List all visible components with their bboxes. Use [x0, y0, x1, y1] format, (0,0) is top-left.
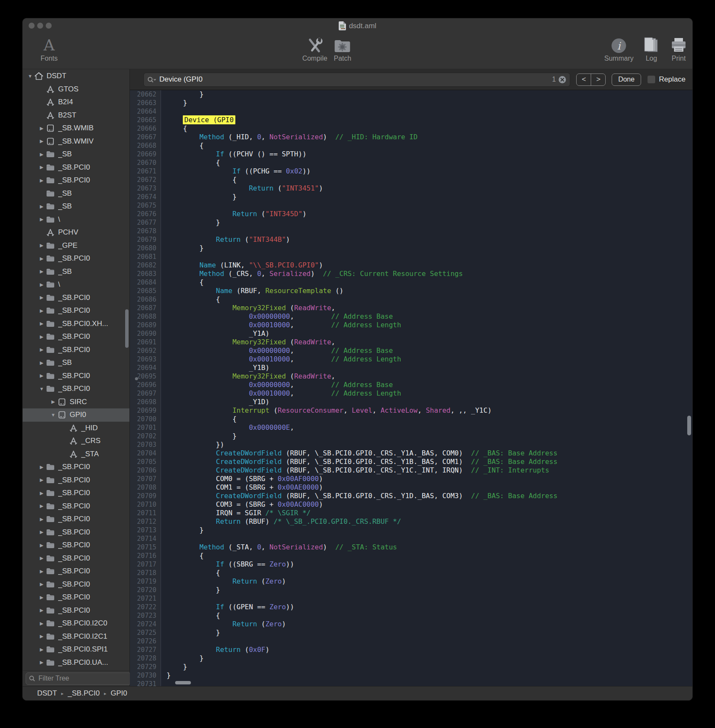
summary-button[interactable]: i Summary	[604, 36, 633, 62]
code-line[interactable]: 20721	[130, 594, 692, 603]
code-line[interactable]: 20709 CreateDWordField (RBUF, \_SB.PCI0.…	[130, 492, 692, 500]
tree-item-_sb-pci0[interactable]: ▶_SB.PCI0	[23, 552, 129, 565]
done-button[interactable]: Done	[612, 73, 641, 86]
disclosure-triangle-icon[interactable]: ▶	[38, 269, 46, 274]
code-line[interactable]: 20700 {	[130, 415, 692, 423]
code-line[interactable]: 20728 }	[130, 654, 692, 663]
patch-button[interactable]: Patch	[334, 36, 352, 62]
tree-item-_sb-wmiv[interactable]: ▶_SB.WMIV	[23, 135, 129, 148]
disclosure-triangle-icon[interactable]: ▶	[38, 164, 46, 170]
tree-item-_sb-pci0[interactable]: ▶_SB.PCI0	[23, 513, 129, 526]
code-line[interactable]: 20693 0x00010000, // Address Length	[130, 355, 692, 364]
log-button[interactable]: Log	[643, 36, 660, 62]
disclosure-triangle-icon[interactable]: ▶	[38, 282, 46, 288]
tree-item-_sb-pci0[interactable]: ▶_SB.PCI0	[23, 174, 129, 187]
disclosure-triangle-icon[interactable]: ▶	[38, 334, 46, 340]
disclosure-triangle-icon[interactable]: ▶	[38, 543, 46, 548]
code-editor[interactable]: 20662 }20663 }2066420665 Device (GPI0206…	[130, 90, 692, 686]
code-line[interactable]: 20705 CreateDWordField (RBUF, \_SB.PCI0.…	[130, 458, 692, 466]
code-line[interactable]: 20668 {	[130, 141, 692, 150]
disclosure-triangle-icon[interactable]: ▶	[38, 204, 46, 209]
tree-item-_sb[interactable]: ▶_SB	[23, 200, 129, 213]
find-query-input[interactable]	[158, 75, 549, 84]
tree-item-_sb-pci0[interactable]: ▶_SB.PCI0	[23, 291, 129, 305]
disclosure-triangle-icon[interactable]: ▶	[38, 529, 46, 535]
code-line[interactable]: 20723 {	[130, 611, 692, 620]
code-line[interactable]: 20683 Method (_CRS, 0, Serialized) // _C…	[130, 270, 692, 278]
disclosure-triangle-icon[interactable]: ▶	[38, 347, 46, 352]
tree-item-[interactable]: ▶\	[23, 213, 129, 226]
tree-item-_sb-pci0[interactable]: ▶_SB.PCI0	[23, 252, 129, 265]
disclosure-triangle-icon[interactable]: ▶	[38, 152, 46, 157]
tree-item-_sb-pci0[interactable]: ▶_SB.PCI0	[23, 565, 129, 578]
disclosure-triangle-icon[interactable]: ▶	[38, 621, 46, 626]
code-line[interactable]: 20675	[130, 201, 692, 210]
code-line[interactable]: 20707 COM0 = (SBRG + 0x00AF0000)	[130, 475, 692, 483]
disclosure-triangle-icon[interactable]: ▶	[38, 126, 46, 131]
tree-item-_sb-pci0-ua[interactable]: ▶_SB.PCI0.UA...	[23, 656, 129, 669]
code-line[interactable]: 20715 Method (_STA, 0, NotSerialized) //…	[130, 543, 692, 552]
code-line[interactable]: 20667 Method (_HID, 0, NotSerialized) //…	[130, 133, 692, 141]
code-line[interactable]: 20680 }	[130, 244, 692, 252]
tree-item-_sb[interactable]: ▶_SB	[23, 356, 129, 370]
disclosure-triangle-icon[interactable]: ▶	[38, 569, 46, 574]
editor-horizontal-scrollbar[interactable]	[175, 681, 191, 684]
code-line[interactable]: 20670 {	[130, 159, 692, 167]
code-line[interactable]: 20696 0x00000000, // Address Base	[130, 381, 692, 389]
tree-item-sirc[interactable]: ▶SIRC	[23, 396, 129, 409]
code-line[interactable]: 20730}	[130, 671, 692, 680]
disclosure-triangle-icon[interactable]: ▶	[38, 608, 46, 613]
disclosure-triangle-icon[interactable]: ▶	[38, 581, 46, 587]
replace-checkbox[interactable]	[647, 75, 656, 84]
breadcrumb-item-_sb-pci0[interactable]: _SB.PCI0	[68, 689, 100, 698]
code-line[interactable]: 20716 {	[130, 552, 692, 560]
filter-tree-input[interactable]	[38, 674, 128, 683]
print-button[interactable]: Print	[670, 36, 687, 62]
tree-item-_sb-pci0[interactable]: ▶_SB.PCI0	[23, 526, 129, 539]
disclosure-triangle-icon[interactable]: ▼	[49, 412, 57, 417]
find-previous-button[interactable]: <	[577, 74, 591, 85]
tree-item-_sb-pci0[interactable]: ▶_SB.PCI0	[23, 343, 129, 357]
code-line[interactable]: 20682 Name (LINK, "\\_SB.PCI0.GPI0")	[130, 261, 692, 270]
disclosure-triangle-icon[interactable]: ▶	[38, 490, 46, 496]
code-line[interactable]: 20673 Return ("INT3451")	[130, 184, 692, 193]
breadcrumb-item-gpi0[interactable]: GPI0	[111, 689, 127, 698]
tree-item-_sb-pci0[interactable]: ▶_SB.PCI0	[23, 539, 129, 552]
find-next-button[interactable]: >	[591, 74, 605, 85]
code-line[interactable]: 20686 {	[130, 295, 692, 304]
tree-item-_sb-pci0[interactable]: ▶_SB.PCI0	[23, 330, 129, 343]
disclosure-triangle-icon[interactable]: ▶	[38, 243, 46, 248]
tree-item-b2st[interactable]: B2ST	[23, 109, 129, 122]
disclosure-triangle-icon[interactable]: ▶	[38, 256, 46, 261]
disclosure-triangle-icon[interactable]: ▶	[38, 660, 46, 665]
code-line[interactable]: 20701 0x0000000E,	[130, 423, 692, 432]
code-line[interactable]: 20679 Return ("INT344B")	[130, 235, 692, 244]
editor-vertical-scrollbar[interactable]	[687, 416, 691, 435]
code-line[interactable]: 20724 Return (Zero)	[130, 620, 692, 628]
code-line[interactable]: 20702 }	[130, 432, 692, 440]
code-line[interactable]: 20695 Memory32Fixed (ReadWrite,	[130, 372, 692, 381]
code-line[interactable]: 20729 }	[130, 663, 692, 671]
code-line[interactable]: 20714	[130, 534, 692, 543]
tree-item-_sb-pci0[interactable]: ▶_SB.PCI0	[23, 474, 129, 487]
clear-search-icon[interactable]	[558, 76, 566, 84]
code-line[interactable]: 20669 If ((PCHV () == SPTH))	[130, 150, 692, 159]
fonts-button[interactable]: A Fonts	[41, 36, 58, 62]
code-line[interactable]: 20720 }	[130, 586, 692, 594]
code-line[interactable]: 20725 }	[130, 628, 692, 637]
tree-item-b2i4[interactable]: B2I4	[23, 96, 129, 109]
tree-item-_sb-pci0-i2c0[interactable]: ▶_SB.PCI0.I2C0	[23, 617, 129, 630]
tree-item-_sb[interactable]: ▶_SB	[23, 265, 129, 279]
code-line[interactable]: 20711 IRQN = SGIR /* \SGIR */	[130, 509, 692, 517]
disclosure-triangle-icon[interactable]: ▶	[38, 373, 46, 379]
code-line[interactable]: 20687 Memory32Fixed (ReadWrite,	[130, 304, 692, 312]
code-line[interactable]: 20672 {	[130, 176, 692, 184]
code-line[interactable]: 20691 Memory32Fixed (ReadWrite,	[130, 338, 692, 346]
disclosure-triangle-icon[interactable]: ▶	[38, 517, 46, 522]
code-line[interactable]: 20712 Return (RBUF) /* \_SB_.PCI0.GPI0._…	[130, 517, 692, 526]
disclosure-triangle-icon[interactable]: ▶	[38, 321, 46, 326]
code-line[interactable]: 20708 COM1 = (SBRG + 0x00AE0000)	[130, 483, 692, 492]
disclosure-triangle-icon[interactable]: ▶	[38, 217, 46, 222]
code-line[interactable]: 20717 If ((SBRG == Zero))	[130, 560, 692, 569]
tree-item-_sb[interactable]: _SB	[23, 187, 129, 200]
